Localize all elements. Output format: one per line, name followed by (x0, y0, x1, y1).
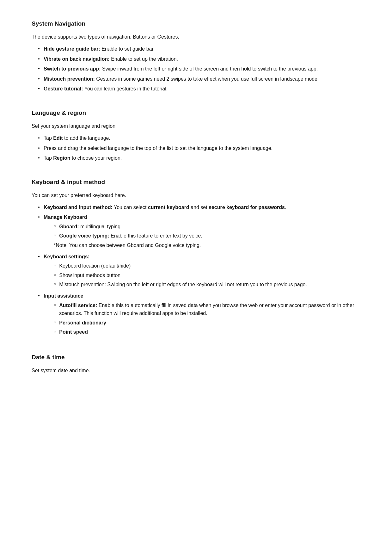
list-item: Tap Edit to add the language. (38, 134, 360, 142)
item-text: You can learn gestures in the tutorial. (83, 86, 168, 91)
keyboard-settings-sublist: Keyboard location (default/hide) Show in… (54, 262, 360, 289)
personal-dictionary-text: Personal dictionary (59, 320, 106, 325)
keyboard-settings-title: Keyboard settings: (44, 254, 89, 259)
item-bold: Mistouch prevention: (44, 76, 95, 82)
date-time-title: Date & time (32, 353, 360, 362)
sub-list-item: Autofill service: Enable this to automat… (54, 301, 360, 318)
keyboard-input-method-bold1: Keyboard and input method: (44, 205, 113, 210)
list-item: Gesture tutorial: You can learn gestures… (38, 85, 360, 93)
item-text: Gestures in some games need 2 swipes to … (95, 76, 319, 82)
item-text: Enable to set up the vibration. (110, 56, 178, 62)
sub-list-item: Point speed (54, 328, 360, 336)
google-voice-bold: Google voice typing: (59, 233, 109, 238)
keyboard-input-method-bold2: current keyboard (148, 205, 189, 210)
list-item: Tap Region to choose your region. (38, 154, 360, 162)
note-text: *Note: You can choose between Gboard and… (54, 241, 360, 250)
input-assistance-item: Input assistance Autofill service: Enabl… (38, 292, 360, 337)
keyboard-location-text: Keyboard location (default/hide) (59, 262, 360, 270)
item-text: Tap (44, 155, 53, 161)
system-navigation-list: Hide gesture guide bar: Enable to set gu… (38, 45, 360, 93)
keyboard-input-method-text1: You can select (113, 205, 148, 210)
sub-list-item: Show input methods button (54, 271, 360, 280)
item-text: Press and drag the selected language to … (44, 145, 273, 151)
keyboard-settings-item: Keyboard settings: Keyboard location (de… (38, 253, 360, 290)
manage-keyboard-title: Manage Keyboard (44, 214, 87, 220)
mistouch-text: Mistouch prevention: Swiping on the left… (59, 281, 360, 289)
date-time-section: Date & time Set system date and time. (32, 353, 360, 375)
keyboard-input-method-text3: . (285, 205, 286, 210)
system-navigation-desc: The device supports two types of navigat… (32, 33, 360, 41)
item-bold: Gesture tutorial: (44, 86, 83, 91)
list-item: Press and drag the selected language to … (38, 144, 360, 152)
date-time-desc: Set system date and time. (32, 367, 360, 375)
system-navigation-title: System Navigation (32, 19, 360, 28)
page-content: System Navigation The device supports tw… (32, 19, 360, 375)
keyboard-input-title: Keyboard & input method (32, 177, 360, 187)
point-speed-text: Point speed (59, 329, 88, 335)
item-bold: Hide gesture guide bar: (44, 46, 100, 52)
keyboard-input-method-bold3: secure keyboard for passwords (209, 205, 285, 210)
keyboard-input-list: Keyboard and input method: You can selec… (38, 203, 360, 337)
sub-list-item: Personal dictionary (54, 319, 360, 327)
keyboard-input-method-item: Keyboard and input method: You can selec… (38, 203, 360, 212)
list-item: Switch to previous app: Swipe inward fro… (38, 65, 360, 73)
item-bold: Edit (53, 135, 63, 141)
sub-list-item: Keyboard location (default/hide) (54, 262, 360, 270)
keyboard-input-desc: You can set your preferred keyboard here… (32, 191, 360, 200)
autofill-text: Enable this to automatically fill in sav… (59, 303, 354, 316)
input-assistance-sublist: Autofill service: Enable this to automat… (54, 301, 360, 336)
item-text: Tap (44, 135, 53, 141)
language-region-list: Tap Edit to add the language. Press and … (38, 134, 360, 162)
show-input-text: Show input methods button (59, 271, 360, 280)
gboard-bold: Gboard: (59, 224, 79, 229)
item-bold: Vibrate on back navigation: (44, 56, 110, 62)
sub-list-item: Mistouch prevention: Swiping on the left… (54, 281, 360, 289)
item-text: Enable to set guide bar. (100, 46, 155, 52)
list-item: Mistouch prevention: Gestures in some ga… (38, 75, 360, 83)
system-navigation-section: System Navigation The device supports tw… (32, 19, 360, 93)
language-region-title: Language & region (32, 108, 360, 118)
gboard-text: multilingual typing. (79, 224, 122, 229)
item-text2: to choose your region. (70, 155, 122, 161)
keyboard-input-section: Keyboard & input method You can set your… (32, 177, 360, 337)
keyboard-input-method-text2: and set (189, 205, 209, 210)
item-bold: Switch to previous app: (44, 66, 101, 71)
language-region-section: Language & region Set your system langua… (32, 108, 360, 162)
autofill-bold: Autofill service: (59, 303, 97, 308)
language-region-desc: Set your system language and region. (32, 122, 360, 130)
item-text2: to add the language. (63, 135, 110, 141)
sub-list-item: Gboard: multilingual typing. (54, 223, 360, 231)
sub-list-item: Google voice typing: Enable this feature… (54, 232, 360, 240)
item-bold: Region (53, 155, 70, 161)
manage-keyboard-sublist: Gboard: multilingual typing. Google voic… (54, 223, 360, 240)
google-voice-text: Enable this feature to enter text by voi… (109, 233, 202, 238)
list-item: Hide gesture guide bar: Enable to set gu… (38, 45, 360, 53)
manage-keyboard-item: Manage Keyboard Gboard: multilingual typ… (38, 213, 360, 250)
list-item: Vibrate on back navigation: Enable to se… (38, 55, 360, 63)
item-text: Swipe inward from the left or right side… (101, 66, 318, 71)
input-assistance-title: Input assistance (44, 293, 83, 299)
